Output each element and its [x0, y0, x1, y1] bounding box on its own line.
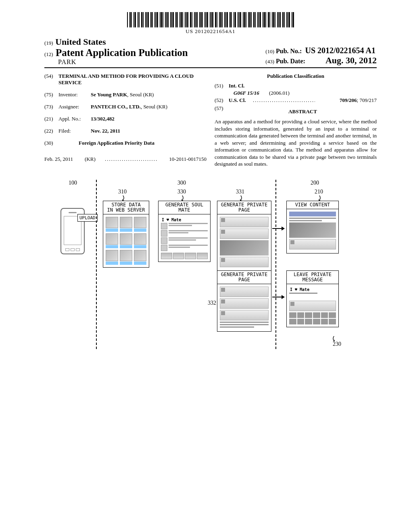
barcode-area: US 20120221654A1	[44, 12, 377, 35]
header: (19) United States (12) Patent Applicati…	[44, 37, 377, 68]
intcl-date: (2006.01)	[269, 90, 290, 96]
arrow-icon	[272, 228, 284, 229]
ref-200: 200	[311, 180, 319, 186]
box-330: GENERATE SOUL MATE I ♥ Mate	[158, 201, 211, 262]
uscl-primary: 709/206	[340, 97, 357, 103]
country: United States	[55, 37, 106, 47]
barcode-graphic	[127, 12, 294, 27]
code-43: (43)	[265, 58, 274, 64]
filed-date: Nov. 22, 2011	[91, 128, 206, 134]
dashed-divider	[96, 180, 97, 349]
box-330-header: I ♥ Mate	[161, 217, 208, 223]
box-210: VIEW CONTENT	[286, 201, 339, 254]
box-331: GENERATE PRIVATE PAGE	[217, 201, 271, 271]
applicant-name: PARK	[44, 58, 188, 66]
box-310: STORE DATA IN WEB SERVER	[103, 201, 149, 268]
leader-dots: ........................................…	[253, 97, 315, 104]
code-30: (30)	[44, 140, 58, 150]
ref-300: 300	[177, 180, 186, 186]
intcl-code: G06F 15/16	[229, 90, 269, 96]
dashed-divider	[275, 180, 276, 349]
code-10: (10)	[265, 48, 274, 54]
inventor-label: Inventor:	[58, 91, 91, 98]
code-75: (75)	[44, 91, 58, 98]
foreign-date: Feb. 25, 2011	[44, 156, 85, 162]
arrow-icon	[272, 297, 284, 297]
inventor-location: , Seoul (KR)	[127, 91, 154, 98]
filed-label: Filed:	[58, 128, 91, 134]
code-12: (12)	[44, 51, 53, 57]
foreign-app-number: 10-2011-0017150	[169, 156, 206, 162]
foreign-country: (KR)	[85, 156, 105, 162]
leader-dots: .........................	[105, 156, 169, 162]
box-210-title: VIEW CONTENT	[287, 201, 338, 209]
code-52: (52)	[215, 97, 229, 104]
foreign-priority-header: Foreign Application Priority Data	[79, 140, 206, 146]
classification-header: Publication Classification	[215, 73, 377, 79]
assignee-location: , Seoul (KR)	[141, 104, 167, 110]
box-331-title: GENERATE PRIVATE PAGE	[217, 201, 271, 214]
box-230-header: I ♥ Mate	[289, 287, 336, 293]
code-21: (21)	[44, 116, 58, 122]
pubno: US 2012/0221654 A1	[305, 46, 375, 55]
code-19: (19)	[44, 40, 53, 46]
pubdate: Aug. 30, 2012	[325, 55, 377, 65]
pubdate-label: Pub. Date:	[276, 58, 305, 64]
abstract-header: ABSTRACT	[229, 108, 377, 115]
code-57: (57)	[215, 105, 229, 116]
code-22: (22)	[44, 128, 58, 134]
abstract-text: An apparatus and a method for providing …	[215, 118, 377, 168]
intcl-label: Int. Cl.	[229, 83, 244, 89]
applno-label: Appl. No.:	[58, 116, 91, 122]
bibliographic-data: (54) TERMINAL AND METHOD FOR PROVIDING A…	[44, 73, 377, 168]
barcode-number: US 20120221654A1	[127, 28, 294, 35]
ref-332: 332	[208, 300, 216, 306]
box-332-title: GENERATE PRIVATE PAGE	[217, 271, 271, 284]
pubno-label: Pub. No.:	[276, 48, 302, 54]
inventor-name: Se Young PARK	[91, 91, 127, 98]
code-73: (73)	[44, 104, 58, 110]
uscl-label: U.S. Cl.	[229, 97, 253, 104]
appl-number: 13/302,482	[91, 116, 206, 122]
box-230: LEAVE PRIVATE MESSAGE I ♥ Mate	[286, 270, 339, 327]
assignee-name: PANTECH CO., LTD.	[91, 104, 141, 110]
box-230-title: LEAVE PRIVATE MESSAGE	[287, 271, 338, 284]
box-332: GENERATE PRIVATE PAGE	[217, 270, 271, 332]
ref-100: 100	[69, 180, 77, 186]
invention-title: TERMINAL AND METHOD FOR PROVIDING A CLOU…	[58, 73, 206, 86]
code-54: (54)	[44, 73, 58, 86]
box-310-title: STORE DATA IN WEB SERVER	[103, 201, 149, 214]
upload-label: UPLOAD	[77, 214, 98, 222]
assignee-label: Assignee:	[58, 104, 91, 110]
box-330-title: GENERATE SOUL MATE	[159, 201, 210, 214]
doc-type: Patent Application Publication	[56, 47, 188, 58]
code-51: (51)	[215, 83, 229, 89]
leader-icon: ⤹	[331, 335, 337, 343]
figure: 100 300 200 310 ⤸ 330 ⤸ 331 ⤸ 210 ⤸ 332 …	[48, 180, 391, 353]
